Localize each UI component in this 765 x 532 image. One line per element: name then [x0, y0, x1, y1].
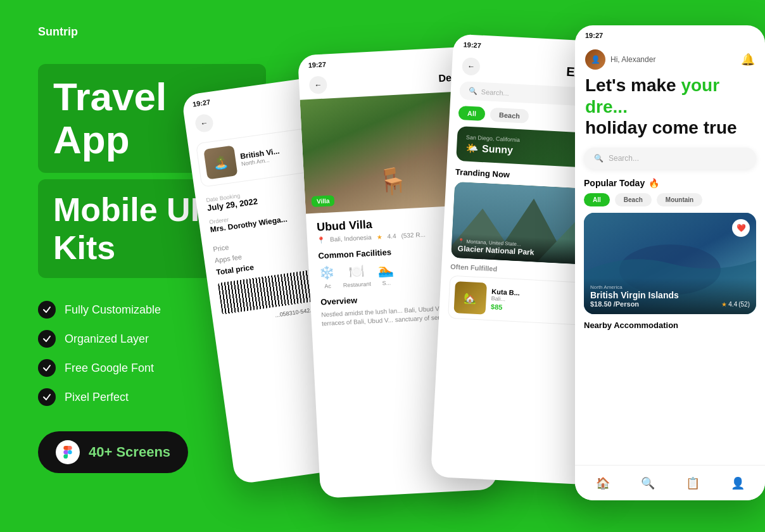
check-icon-2 — [38, 330, 56, 348]
nearby-title: Nearby Accommodation — [575, 320, 765, 330]
feature-label-2: Organized Layer — [65, 332, 149, 346]
p1-back-button[interactable]: ← — [194, 113, 215, 134]
p3-back-button[interactable]: ← — [462, 57, 480, 75]
ticket-image: 🏝️ — [203, 145, 237, 179]
popular-title: Popular Today — [584, 178, 645, 188]
p4-hero: Let's make your dre... holiday come true — [575, 75, 765, 148]
feature-label-3: Free Google Font — [65, 362, 154, 375]
hero-text-1: Let's make — [585, 75, 676, 95]
p4-hero-text: Let's make your dre... holiday come true — [585, 75, 755, 139]
home-nav-icon[interactable]: 🏠 — [596, 476, 610, 490]
other-icon: 🏊 — [377, 262, 394, 277]
screens-badge: 40+ Screens — [38, 431, 188, 473]
featured-price-unit: /Person — [614, 300, 639, 308]
p4-search-bar[interactable]: 🔍 Search... — [584, 148, 756, 169]
villa-location: Bali, Indonesia — [330, 234, 372, 243]
facility-ac-label: Ac — [324, 283, 331, 290]
star-icon: ★ — [376, 233, 382, 240]
p4-tab-mountain[interactable]: Mountain — [657, 193, 702, 206]
featured-region: North America — [590, 284, 750, 290]
facility-other-label: S... — [382, 280, 391, 287]
popular-emoji: 🔥 — [648, 178, 659, 188]
screens-count: 40+ — [89, 444, 112, 460]
screens-text: 40+ Screens — [89, 444, 170, 460]
p4-filter-tabs: All Beach Mountain — [575, 193, 765, 206]
p4-tab-all[interactable]: All — [584, 193, 610, 206]
p4-notification-icon[interactable]: 🔔 — [741, 53, 755, 66]
p3-search-icon: 🔍 — [468, 87, 477, 96]
price-label: Price — [213, 243, 229, 253]
restaurant-icon: 🍽️ — [348, 263, 365, 279]
featured-rating: ★ 4.4 (52) — [721, 301, 750, 308]
weather-status-text: Sunny — [482, 143, 514, 156]
p3-back-icon: ← — [467, 62, 475, 72]
small-card-info: Kuta B... Bali... $85 — [491, 288, 520, 312]
small-card-image: 🏡 — [453, 281, 487, 315]
bottom-navigation: 🏠 🔍 📋 👤 — [575, 465, 765, 500]
feature-label-1: Fully Customizable — [65, 303, 161, 317]
apps-fee-label: Apps fee — [214, 253, 243, 264]
p4-search-icon: 🔍 — [594, 154, 604, 163]
small-card-price: $85 — [491, 303, 519, 312]
location-icon: 📍 — [317, 236, 326, 244]
screens-label-text: Screens — [112, 444, 170, 460]
p4-header: 👤 Hi, Alexander 🔔 — [575, 42, 765, 75]
facility-other: 🏊 S... — [377, 262, 395, 286]
p3-filter-beach[interactable]: Beach — [490, 108, 529, 124]
phones-area: 19:27 ← Tic 🏝️ British Vi... North Am...… — [195, 0, 765, 532]
star-icon-featured: ★ — [721, 301, 727, 308]
featured-heart-button[interactable]: ❤️ — [732, 219, 750, 237]
p1-back-icon: ← — [200, 118, 209, 129]
weather-emoji: 🌤️ — [465, 142, 479, 155]
facility-ac: ❄️ Ac — [319, 265, 336, 289]
p2-back-icon: ← — [314, 80, 322, 90]
check-icon-1 — [38, 301, 56, 319]
villa-rating: 4.4 — [387, 232, 396, 240]
ac-icon: ❄️ — [319, 265, 335, 281]
phone-home: 19:27 👤 Hi, Alexander 🔔 Let's make your … — [575, 25, 765, 500]
villa-reviews: (532 R... — [401, 231, 426, 239]
p2-screen-title: Detail — [332, 72, 467, 90]
featured-destination-card[interactable]: ❤️ North America British Virgin Islands … — [584, 213, 756, 314]
p4-search-placeholder: Search... — [609, 154, 639, 163]
check-icon-3 — [38, 359, 56, 377]
p4-avatar: 👤 — [585, 49, 605, 70]
villa-badge: Villa — [312, 195, 335, 207]
p2-back-button[interactable]: ← — [309, 75, 327, 94]
search-nav-icon[interactable]: 🔍 — [641, 476, 655, 490]
featured-price-value: $18.50 — [590, 300, 612, 308]
p3-search-placeholder: Search... — [481, 87, 509, 96]
check-icon-4 — [38, 388, 56, 406]
total-label: Total price — [216, 263, 255, 277]
p4-greeting-text: Hi, Alexander — [610, 55, 655, 64]
featured-reviews: (52) — [738, 301, 750, 308]
p4-greeting-area: 👤 Hi, Alexander — [585, 49, 655, 70]
figma-icon — [56, 440, 80, 464]
featured-rating-value: 4.4 — [728, 301, 737, 308]
featured-name: British Virgin Islands — [590, 290, 750, 300]
p4-tab-beach[interactable]: Beach — [615, 193, 652, 206]
featured-info: North America British Virgin Islands $18… — [584, 278, 756, 314]
hero-text-2: holiday come true — [585, 118, 737, 137]
facility-restaurant: 🍽️ Restaurant — [342, 263, 371, 288]
popular-header: Popular Today 🔥 — [575, 178, 765, 188]
profile-nav-icon[interactable]: 👤 — [731, 476, 745, 490]
p3-filter-all[interactable]: All — [458, 106, 485, 121]
facility-restaurant-label: Restaurant — [343, 281, 371, 288]
p4-status-time: 19:27 — [575, 25, 765, 42]
bookings-nav-icon[interactable]: 📋 — [686, 476, 700, 490]
feature-label-4: Pixel Perfect — [65, 391, 129, 404]
